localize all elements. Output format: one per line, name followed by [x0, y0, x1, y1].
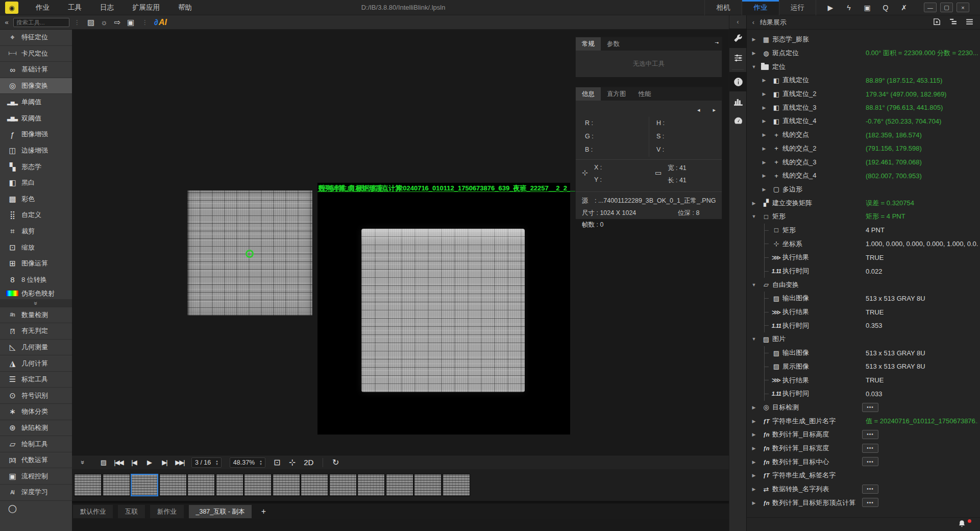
center-view-icon[interactable]: ⊹: [285, 457, 300, 467]
more-options-button[interactable]: •••: [862, 498, 878, 507]
sidebar-item-数量检测[interactable]: #n数量检测: [0, 307, 72, 324]
performance-gauge-icon[interactable]: [729, 111, 747, 130]
more-options-button[interactable]: •••: [862, 430, 878, 439]
collapse-filmstrip-icon[interactable]: »: [79, 457, 87, 468]
menu-item-2[interactable]: 日志: [91, 0, 123, 15]
sidebar-item-代数运算[interactable]: [10]代数运算: [0, 452, 72, 469]
result-row-输出图像[interactable]: ▨输出图像513 x 513 GRAY 8U: [747, 346, 980, 360]
expand-arrow-icon[interactable]: ▶: [761, 160, 767, 165]
expand-arrow-icon[interactable]: ▶: [761, 91, 767, 96]
frame-thumbnail-7[interactable]: [244, 474, 272, 496]
next-frame-button[interactable]: ▶|: [157, 458, 172, 466]
expand-arrow-icon[interactable]: ▶: [761, 118, 767, 124]
result-row-建立变换矩阵[interactable]: ▶▞建立变换矩阵误差 = 0.320754: [747, 196, 980, 210]
page-left-icon[interactable]: ◂: [697, 107, 700, 113]
wrench-tool-icon[interactable]: [729, 29, 747, 48]
sidebar-item-几何测量[interactable]: ◺几何测量: [0, 340, 72, 356]
histogram-tab-icon[interactable]: [729, 91, 747, 111]
menu-item-0[interactable]: 作业: [27, 0, 59, 15]
first-frame-button[interactable]: |◀◀: [111, 458, 126, 466]
add-job-tab-button[interactable]: +: [257, 505, 270, 518]
frame-thumbnail-12[interactable]: [386, 474, 413, 496]
expand-arrow-icon[interactable]: ▶: [761, 146, 767, 151]
menu-item-3[interactable]: 扩展应用: [123, 0, 169, 15]
loop-icon[interactable]: ↻: [328, 457, 344, 467]
collapse-arrow-icon[interactable]: ▼: [751, 64, 757, 69]
play-button[interactable]: ▶: [141, 458, 157, 466]
result-row-数列计算_目标矩形顶点计算[interactable]: ▶ƒn数列计算_目标矩形顶点计算•••: [747, 496, 980, 510]
collapse-arrow-icon[interactable]: ▼: [751, 282, 757, 287]
page-right-icon[interactable]: ▸: [713, 107, 716, 113]
result-row-定位[interactable]: ▼定位: [747, 60, 980, 74]
prev-frame-button[interactable]: |◀: [126, 458, 141, 466]
sidebar-scroll-hint[interactable]: »: [0, 299, 72, 307]
notification-bell-icon[interactable]: [958, 519, 966, 529]
frame-thumbnail-3[interactable]: [131, 474, 158, 496]
expand-arrow-icon[interactable]: ▶: [761, 105, 767, 110]
collapse-arrow-icon[interactable]: ▼: [751, 214, 757, 219]
pin-icon[interactable]: −▪: [715, 40, 718, 45]
gallery-icon[interactable]: ▨: [95, 458, 111, 466]
frame-thumbnail-13[interactable]: [414, 474, 442, 496]
frame-thumbnail-4[interactable]: [159, 474, 187, 496]
collapse-arrow-icon[interactable]: ▼: [751, 336, 757, 342]
result-row-数据转换_名字列表[interactable]: ▶⇄数据转换_名字列表•••: [747, 482, 980, 496]
export-icon[interactable]: ⇨: [111, 17, 124, 28]
expand-arrow-icon[interactable]: ▶: [761, 187, 767, 192]
job-tab-0[interactable]: 默认作业: [73, 505, 113, 518]
sidebar-item-自定义[interactable]: ⣿自定义: [0, 207, 72, 224]
info-tab-icon[interactable]: [729, 72, 747, 91]
expand-arrow-icon[interactable]: ▶: [751, 51, 757, 56]
fabric-image-left[interactable]: [187, 190, 312, 316]
close-button[interactable]: ×: [957, 3, 969, 12]
result-row-线的交点_3[interactable]: ▶+线的交点_3(192.461, 709.068): [747, 155, 980, 169]
result-row-数列计算_目标中心[interactable]: ▶ƒn数列计算_目标中心•••: [747, 455, 980, 469]
sidebar-item-流程控制[interactable]: ▣流程控制: [0, 468, 72, 485]
result-row-矩形[interactable]: □矩形4 PNT: [747, 224, 980, 237]
zoom-level-spinner[interactable]: 48.37% ▴▾: [230, 457, 265, 468]
fit-view-icon[interactable]: ⊡: [270, 457, 285, 467]
result-row-坐标系[interactable]: ⊹坐标系1.000, 0.000, 0.000, 0.000, 1.000, 0…: [747, 237, 980, 251]
expand-arrow-icon[interactable]: ▶: [751, 432, 757, 437]
result-row-执行时间[interactable]: 1.11执行时间0.033: [747, 387, 980, 401]
tree-view-icon[interactable]: [949, 17, 958, 26]
ai-logo-icon[interactable]: ∂ AI: [154, 18, 167, 27]
last-frame-button[interactable]: ▶▶|: [172, 458, 187, 466]
result-row-执行时间[interactable]: 1.11执行时间0.353: [747, 319, 980, 332]
sidebar-item-图像运算[interactable]: ⊞图像运算: [0, 255, 72, 272]
sidebar-item-缺陷检测[interactable]: ⊛缺陷检测: [0, 420, 72, 437]
result-row-字符串生成_图片名字[interactable]: ▶ƒT字符串生成_图片名字值 = 20240716_010112_1750673…: [747, 414, 980, 428]
minimize-button[interactable]: —: [924, 3, 937, 12]
expand-arrow-icon[interactable]: ▶: [751, 37, 757, 42]
expand-arrow-icon[interactable]: ▶: [761, 173, 767, 178]
back-chevron-icon[interactable]: ‹: [747, 18, 760, 26]
job-tab-1[interactable]: 互联: [118, 505, 145, 518]
frame-thumbnail-5[interactable]: [187, 474, 215, 496]
sidebar-item-彩色[interactable]: ▩彩色: [0, 191, 72, 207]
fabric-image-right[interactable]: 数列计算_目标矩形顶点计算 字符串生成_图片名字 20240716_010112…: [317, 183, 570, 435]
sidebar-item-符号识别[interactable]: ⊙符号识别: [0, 388, 72, 404]
result-row-线的交点_4[interactable]: ▶+线的交点_4(802.007, 700.953): [747, 169, 980, 183]
info-tab-0[interactable]: 信息: [576, 87, 601, 101]
collapse-panel-icon[interactable]: ‹: [729, 15, 746, 29]
sidebar-item-8 位转换[interactable]: 88 位转换: [0, 272, 72, 288]
menu-item-1[interactable]: 工具: [59, 0, 91, 15]
result-row-直线定位[interactable]: ▶◧直线定位88.89° (187.512, 453.115): [747, 74, 980, 87]
collapse-sidebar-icon[interactable]: «: [0, 18, 13, 26]
2d-mode-button[interactable]: 2D: [300, 458, 317, 467]
sidebar-item-双阈值[interactable]: ▃▆▃双阈值: [0, 110, 72, 127]
restore-button[interactable]: ▢: [940, 3, 953, 12]
play-icon[interactable]: ▶: [825, 3, 836, 13]
sidebar-item-基础计算[interactable]: ∞基础计算: [0, 62, 72, 78]
sidebar-item-绘制工具[interactable]: ▱绘制工具: [0, 436, 72, 452]
sidebar-item-特征定位[interactable]: ⌖特征定位: [0, 30, 72, 46]
expand-arrow-icon[interactable]: ▶: [751, 487, 757, 492]
result-row-展示图像[interactable]: ▨展示图像513 x 513 GRAY 8U: [747, 360, 980, 374]
result-row-执行时间[interactable]: 1.11执行时间0.022: [747, 264, 980, 278]
sidebar-item-图像增强[interactable]: ƒ图像增强: [0, 127, 72, 143]
more-options-button[interactable]: •••: [862, 485, 878, 494]
result-row-线的交点_2[interactable]: ▶+线的交点_2(791.156, 179.598): [747, 142, 980, 156]
expand-arrow-icon[interactable]: ▶: [751, 446, 757, 451]
expand-arrow-icon[interactable]: ▶: [751, 419, 757, 424]
menu-item-4[interactable]: 帮助: [169, 0, 201, 15]
